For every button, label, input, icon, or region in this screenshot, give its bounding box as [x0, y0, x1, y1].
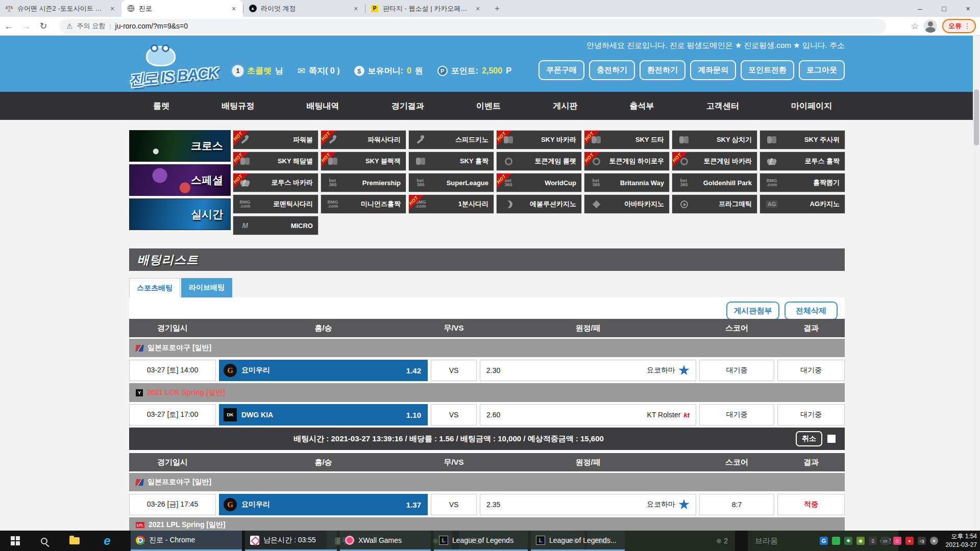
nav-customer-center[interactable]: 고객센터	[706, 92, 739, 120]
page-scrollbar[interactable]	[973, 36, 980, 531]
banner-special[interactable]: 스페셜	[129, 164, 231, 196]
new-tab-button[interactable]: +	[490, 2, 504, 16]
bet-checkbox[interactable]	[827, 435, 836, 443]
game-button-token-baccarat[interactable]: HOT토큰게임 바카라	[672, 152, 757, 171]
start-button[interactable]	[4, 531, 27, 551]
close-icon[interactable]: ×	[230, 5, 238, 13]
game-button-lotus-oddeven[interactable]: 로투스 홀짝	[760, 152, 845, 171]
game-button-micro[interactable]: MMICRO	[233, 216, 318, 235]
tab-riot[interactable]: ▲ 라이엇 계정 ×	[243, 0, 365, 17]
game-button-oddeven-draw[interactable]: BMG.com홀짝뽑기	[760, 173, 845, 192]
tab-live-betting[interactable]: 라이브배팅	[181, 278, 232, 297]
url-text[interactable]: ju-roro.com/?m=9&s=0	[115, 22, 188, 30]
forward-icon[interactable]: →	[17, 21, 35, 32]
game-button-token-highlow[interactable]: HOT토큰게임 하이로우	[584, 152, 670, 171]
scrollbar-thumb[interactable]	[974, 89, 979, 145]
game-button-1min-ladder[interactable]: HOTBMG.com1분사다리	[408, 194, 494, 214]
back-icon[interactable]: ←	[0, 21, 17, 32]
tab-jinro-active[interactable]: 진로 ×	[121, 0, 243, 17]
banner-realtime[interactable]: 실시간	[129, 198, 231, 230]
game-button-pragmatic[interactable]: 프라그매틱	[672, 194, 757, 214]
game-button-token-roulette[interactable]: 토큰게임 룰렛	[496, 152, 582, 171]
game-button-ag-casino[interactable]: AGAG카지노	[760, 194, 845, 214]
game-button-worldcup[interactable]: HOTbet365WorldCup	[496, 173, 582, 192]
game-button-sky-samchigi[interactable]: SKY 삼치기	[672, 130, 757, 149]
coupon-buy-button[interactable]: 쿠폰구매	[538, 60, 584, 80]
game-button-avatar-casino[interactable]: 아바타카지노	[584, 194, 670, 214]
taskbar-app-chrome[interactable]: 진로 - Chrome	[131, 531, 242, 551]
internet-explorer-icon[interactable]: e	[96, 531, 118, 551]
away-cell[interactable]: 2.60 KT Rolsterkt	[480, 404, 696, 425]
tab-sports-betting[interactable]: 스포츠배팅	[129, 278, 180, 297]
home-pick-cell[interactable]: DK DWG KIA 1.10	[219, 404, 428, 425]
home-pick-cell[interactable]: G 요미우리 1.37	[219, 494, 428, 515]
game-button-lotus-baccarat[interactable]: HOT로투스 바카라	[233, 173, 318, 192]
close-icon[interactable]: ×	[352, 5, 360, 13]
messages-label[interactable]: 쪽지( 0 )	[309, 66, 339, 77]
withdraw-button[interactable]: 환전하기	[640, 60, 685, 80]
logitech-g-icon[interactable]: G	[820, 537, 828, 545]
browser-menu-error-badge[interactable]: 오류 ⋮	[942, 19, 976, 33]
volume-icon[interactable]: ◁)	[918, 537, 926, 545]
taskbar-app-lol-2[interactable]: L League of Legends...	[531, 531, 625, 551]
game-button-sky-blackjack[interactable]: HOTSKY 블랙잭	[321, 152, 406, 171]
search-icon[interactable]	[33, 531, 55, 551]
taskbar-app-timer[interactable]: 남은시간 : 03:55	[245, 531, 337, 551]
deposit-button[interactable]: 충전하기	[589, 60, 635, 80]
close-window-button[interactable]: ×	[956, 0, 980, 17]
tab-sureman[interactable]: 슈어맨 시즌2 -토토사이트 먹튀검 ×	[0, 0, 121, 17]
nav-roulette[interactable]: 룰렛	[153, 92, 169, 120]
game-button-speedkeno[interactable]: 스피드키노	[408, 130, 494, 149]
logout-button[interactable]: 로그아웃	[799, 60, 845, 80]
security-status[interactable]: 주의 요함	[77, 21, 106, 31]
site-logo[interactable]: 진로 IS BACK	[129, 53, 215, 89]
cancel-bet-button[interactable]: 취소	[796, 431, 822, 446]
point-convert-button[interactable]: 포인트전환	[741, 60, 794, 80]
banner-cross[interactable]: 크로스	[129, 130, 231, 162]
nav-events[interactable]: 이벤트	[476, 92, 501, 120]
board-attach-button[interactable]: 게시판첨부	[726, 302, 779, 320]
nav-betting-rules[interactable]: 배팅규정	[222, 92, 254, 120]
game-button-sky-dice[interactable]: SKY 주사위	[760, 130, 845, 149]
game-button-sky-baccarat[interactable]: HOTSKY 바카라	[496, 130, 582, 149]
game-button-romantic-ladder[interactable]: BMG.com로맨틱사다리	[233, 194, 318, 214]
snowflake-icon[interactable]: ✱	[844, 537, 852, 545]
taskbar-clock[interactable]: 오후 1:54 2021-03-27	[939, 532, 977, 549]
profile-avatar[interactable]	[924, 19, 937, 33]
nav-mypage[interactable]: 마이페이지	[791, 92, 832, 120]
game-button-sky-deuta[interactable]: HOTSKY 드타	[584, 130, 670, 149]
diamond-tray-icon[interactable]: ◇	[893, 537, 901, 545]
nvidia-icon[interactable]: ◉	[856, 537, 865, 545]
close-icon[interactable]: ×	[474, 5, 482, 13]
close-icon[interactable]: ×	[108, 5, 116, 13]
maximize-button[interactable]: □	[932, 0, 956, 17]
chat-icon[interactable]	[832, 537, 840, 545]
account-inquiry-button[interactable]: 계좌문의	[690, 60, 736, 80]
mouse-icon[interactable]: ▯	[869, 537, 877, 545]
game-button-britannia-way[interactable]: bet365Britannia Way	[584, 173, 670, 192]
bookmark-star-icon[interactable]: ☆	[911, 21, 919, 32]
away-cell[interactable]: 2.30 요코하마	[480, 360, 696, 381]
home-pick-cell[interactable]: G 요미우리 1.42	[219, 360, 428, 381]
tab-kakaopage[interactable]: P 판타지 - 웹소설 | 카카오페이지 ×	[365, 0, 487, 17]
taskbar-app-xwall[interactable]: XWall Games	[340, 531, 431, 551]
delete-all-button[interactable]: 전체삭제	[785, 302, 838, 320]
game-button-premiership[interactable]: bet365Premiership	[321, 173, 406, 192]
address-input[interactable]: ⚠ 주의 요함 | ju-roro.com/?m=9&s=0	[59, 19, 886, 34]
file-explorer-icon[interactable]	[63, 531, 86, 551]
away-cell[interactable]: 2.35 요코하마	[480, 494, 696, 515]
nav-attendance[interactable]: 출석부	[630, 92, 654, 120]
game-button-sky-haedalbyeol[interactable]: HOTSKY 해달별	[233, 152, 318, 171]
game-button-goldenhill-park[interactable]: bet365Goldenhill Park	[672, 173, 757, 192]
nav-betting-history[interactable]: 배팅내역	[307, 92, 339, 120]
game-button-superleague[interactable]: bet365SuperLeague	[408, 173, 494, 192]
reload-icon[interactable]: ↻	[35, 20, 52, 32]
nav-game-results[interactable]: 경기결과	[391, 92, 424, 120]
game-button-powerladder[interactable]: HOT파워사다리	[321, 130, 406, 149]
monitor-icon[interactable]: ▭	[881, 537, 889, 545]
game-button-sky-oddeven[interactable]: SKY 홀짝	[408, 152, 494, 171]
nav-board[interactable]: 게시판	[553, 92, 577, 120]
minimize-button[interactable]: –	[908, 0, 932, 17]
game-button-evolution-casino[interactable]: 에볼루션카지노	[496, 194, 582, 214]
game-button-minions-oddeven[interactable]: BMG.com미니언즈홀짝	[321, 194, 406, 214]
